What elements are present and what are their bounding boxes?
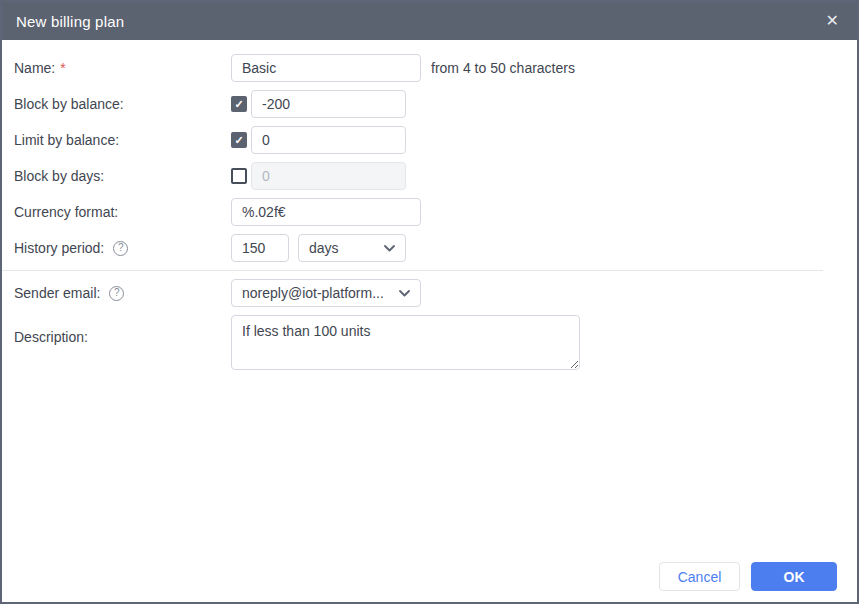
chevron-down-icon: [384, 245, 395, 252]
cancel-button[interactable]: Cancel: [659, 562, 740, 591]
row-block-by-balance: Block by balance: ✓: [2, 90, 857, 118]
name-label: Name: *: [14, 60, 66, 76]
row-history-period: History period: ? days: [2, 234, 857, 262]
row-limit-by-balance: Limit by balance: ✓: [2, 126, 857, 154]
ok-button[interactable]: OK: [751, 562, 837, 591]
required-asterisk: *: [60, 60, 65, 76]
block-by-balance-checkbox[interactable]: ✓: [231, 96, 247, 112]
description-label: Description:: [14, 329, 88, 345]
row-name: Name: * from 4 to 50 characters: [2, 54, 857, 82]
row-description: Description: If less than 100 units: [2, 315, 857, 370]
name-input[interactable]: [231, 54, 421, 82]
limit-by-balance-checkbox[interactable]: ✓: [231, 132, 247, 148]
new-billing-plan-dialog: New billing plan ✕ Name: * from 4 to 50 …: [0, 0, 859, 604]
description-textarea[interactable]: If less than 100 units: [231, 315, 580, 370]
name-hint: from 4 to 50 characters: [431, 60, 575, 76]
limit-by-balance-input[interactable]: [251, 126, 406, 154]
help-icon[interactable]: ?: [113, 241, 128, 256]
block-by-days-input: [251, 162, 406, 190]
block-by-balance-label: Block by balance:: [14, 96, 124, 112]
close-icon[interactable]: ✕: [822, 9, 843, 33]
sender-email-label: Sender email: ?: [14, 285, 124, 301]
row-currency-format: Currency format:: [2, 198, 857, 226]
history-period-label: History period: ?: [14, 240, 128, 256]
history-period-input[interactable]: [231, 234, 289, 262]
sender-email-value: noreply@iot-platform....: [242, 285, 384, 301]
history-period-unit-select[interactable]: days: [298, 234, 406, 262]
dialog-header: New billing plan ✕: [2, 2, 857, 40]
row-block-by-days: Block by days: ✓: [2, 162, 857, 190]
checkmark-icon: ✓: [234, 99, 243, 110]
block-by-balance-input[interactable]: [251, 90, 406, 118]
chevron-down-icon: [399, 290, 410, 297]
currency-format-label: Currency format:: [14, 204, 118, 220]
limit-by-balance-label: Limit by balance:: [14, 132, 119, 148]
currency-format-input[interactable]: [231, 198, 421, 226]
row-sender-email: Sender email: ? noreply@iot-platform....: [2, 279, 857, 307]
block-by-days-label: Block by days:: [14, 168, 104, 184]
block-by-days-checkbox[interactable]: ✓: [231, 168, 247, 184]
section-divider: [2, 270, 823, 271]
history-period-unit-value: days: [309, 240, 339, 256]
sender-email-select[interactable]: noreply@iot-platform....: [231, 279, 421, 307]
checkmark-icon: ✓: [234, 135, 243, 146]
help-icon[interactable]: ?: [109, 286, 124, 301]
dialog-title: New billing plan: [16, 13, 124, 30]
